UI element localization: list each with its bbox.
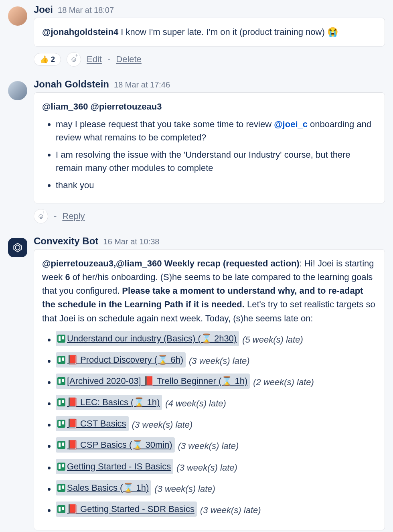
thumbs-up-icon: 👍 bbox=[40, 55, 49, 64]
post-actions: ☺ - Reply bbox=[34, 209, 385, 223]
card-link[interactable]: 📕 CSP Basics (⌛ 30min) bbox=[67, 438, 172, 452]
late-label: (3 week(s) late) bbox=[200, 505, 261, 515]
list-item: [Archived 2020-03] 📕 Trello Beginner (⌛ … bbox=[56, 374, 377, 389]
author-name[interactable]: Convexity Bot bbox=[34, 236, 98, 247]
message-bubble: @jonahgoldstein4 I know I'm super late. … bbox=[34, 18, 385, 47]
reply-link[interactable]: Reply bbox=[62, 211, 85, 221]
avatar[interactable] bbox=[8, 238, 27, 257]
reaction-count: 2 bbox=[51, 55, 55, 64]
card-link[interactable]: 📕 Getting Started - SDR Basics bbox=[67, 502, 194, 516]
trello-card-chip[interactable]: Getting Started - IS Basics bbox=[56, 459, 173, 474]
timestamp: 18 Mar at 18:07 bbox=[58, 6, 114, 15]
trello-icon bbox=[57, 377, 65, 385]
card-link[interactable]: Getting Started - IS Basics bbox=[67, 460, 171, 473]
trello-card-chip[interactable]: 📕 CSP Basics (⌛ 30min) bbox=[56, 437, 175, 453]
late-label: (3 week(s) late) bbox=[132, 420, 193, 430]
add-reaction-button[interactable]: ☺ bbox=[67, 52, 81, 67]
card-link[interactable]: [Archived 2020-03] 📕 Trello Beginner (⌛ … bbox=[67, 374, 247, 388]
list-item: 📕 CST Basics(3 week(s) late) bbox=[56, 416, 377, 432]
trello-icon bbox=[57, 484, 65, 492]
list-item: Understand our industry (Basics) (⌛ 2h30… bbox=[56, 331, 377, 347]
add-reaction-button[interactable]: ☺ bbox=[34, 209, 48, 223]
trello-card-chip[interactable]: [Archived 2020-03] 📕 Trello Beginner (⌛ … bbox=[56, 374, 250, 389]
trello-icon bbox=[57, 505, 65, 513]
post-content: Convexity Bot 16 Mar at 10:38 @pierretou… bbox=[34, 236, 385, 530]
list-item: 📕 Getting Started - SDR Basics(3 week(s)… bbox=[56, 502, 377, 517]
list-item: 📕 Product Discovery (⌛ 6h)(3 week(s) lat… bbox=[56, 352, 377, 368]
list-item: may I please request that you take some … bbox=[56, 118, 377, 144]
reaction-thumbs-up[interactable]: 👍 2 bbox=[34, 53, 61, 66]
smiley-plus-icon: ☺ bbox=[37, 212, 45, 221]
mention[interactable]: @joei_c bbox=[274, 119, 308, 129]
card-link[interactable]: 📕 Product Discovery (⌛ 6h) bbox=[67, 353, 183, 367]
late-label: (3 week(s) late) bbox=[178, 441, 239, 451]
late-label: (5 week(s) late) bbox=[242, 335, 303, 345]
trello-icon bbox=[57, 420, 65, 428]
post-jonah: Jonah Goldstein 18 Mar at 17:46 @liam_36… bbox=[8, 79, 385, 223]
trello-card-chip[interactable]: Sales Basics (⌛ 1h) bbox=[56, 480, 151, 495]
week-number: 6 bbox=[65, 272, 70, 282]
mentions-line[interactable]: @liam_360 @pierretouzeau3 bbox=[42, 100, 377, 114]
smiley-plus-icon: ☺ bbox=[70, 55, 77, 64]
message-bubble: @liam_360 @pierretouzeau3 may I please r… bbox=[34, 92, 385, 203]
delete-link[interactable]: Delete bbox=[116, 54, 142, 65]
trello-icon bbox=[57, 463, 65, 471]
message-text: I know I'm super late. I'm on it (produc… bbox=[118, 27, 327, 37]
author-name[interactable]: Joei bbox=[34, 4, 53, 15]
trello-card-chip[interactable]: 📕 LEC: Basics (⌛ 1h) bbox=[56, 395, 162, 410]
card-link[interactable]: Sales Basics (⌛ 1h) bbox=[67, 481, 149, 495]
edit-link[interactable]: Edit bbox=[87, 54, 102, 65]
late-label: (3 week(s) late) bbox=[189, 356, 250, 366]
separator: - bbox=[54, 211, 57, 221]
card-link[interactable]: 📕 LEC: Basics (⌛ 1h) bbox=[67, 396, 160, 409]
list-item: 📕 LEC: Basics (⌛ 1h)(4 week(s) late) bbox=[56, 395, 377, 410]
avatar[interactable] bbox=[8, 81, 27, 100]
post-content: Joei 18 Mar at 18:07 @jonahgoldstein4 I … bbox=[34, 4, 385, 67]
list-item: 📕 CSP Basics (⌛ 30min)(3 week(s) late) bbox=[56, 437, 377, 453]
bot-logo-icon bbox=[12, 242, 23, 253]
trello-icon bbox=[57, 335, 65, 343]
late-label: (3 week(s) late) bbox=[154, 484, 215, 494]
trello-card-chip[interactable]: 📕 Product Discovery (⌛ 6h) bbox=[56, 352, 186, 368]
trello-icon bbox=[57, 356, 65, 364]
post-content: Jonah Goldstein 18 Mar at 17:46 @liam_36… bbox=[34, 79, 385, 223]
trello-icon bbox=[57, 441, 65, 449]
cards-list: Understand our industry (Basics) (⌛ 2h30… bbox=[42, 331, 377, 517]
trello-icon bbox=[57, 398, 65, 406]
post-actions: 👍 2 ☺ Edit - Delete bbox=[34, 52, 385, 67]
late-label: (3 week(s) late) bbox=[176, 463, 237, 473]
card-link[interactable]: 📕 CST Basics bbox=[67, 417, 126, 430]
text: may I please request that you take some … bbox=[56, 119, 274, 129]
late-label: (4 week(s) late) bbox=[165, 398, 226, 408]
post-joei: Joei 18 Mar at 18:07 @jonahgoldstein4 I … bbox=[8, 4, 385, 67]
post-header: Jonah Goldstein 18 Mar at 17:46 bbox=[34, 79, 385, 90]
trello-card-chip[interactable]: 📕 CST Basics bbox=[56, 416, 129, 431]
list-item: I am resolving the issue with the 'Under… bbox=[56, 148, 377, 175]
crying-emoji-icon: 😭 bbox=[327, 27, 338, 37]
card-link[interactable]: Understand our industry (Basics) (⌛ 2h30… bbox=[67, 332, 237, 345]
post-bot: Convexity Bot 16 Mar at 10:38 @pierretou… bbox=[8, 236, 385, 530]
late-label: (2 week(s) late) bbox=[253, 377, 314, 387]
post-header: Convexity Bot 16 Mar at 10:38 bbox=[34, 236, 385, 247]
separator: - bbox=[107, 54, 110, 65]
mention[interactable]: @jonahgoldstein4 bbox=[42, 27, 118, 37]
list-item: Getting Started - IS Basics(3 week(s) la… bbox=[56, 459, 377, 475]
timestamp: 18 Mar at 17:46 bbox=[114, 80, 170, 89]
post-header: Joei 18 Mar at 18:07 bbox=[34, 4, 385, 15]
author-name[interactable]: Jonah Goldstein bbox=[34, 79, 109, 90]
list-item: thank you bbox=[56, 179, 377, 192]
avatar[interactable] bbox=[8, 6, 27, 26]
mentions[interactable]: @pierretouzeau3,@liam_360 bbox=[42, 258, 162, 268]
list-item: Sales Basics (⌛ 1h)(3 week(s) late) bbox=[56, 480, 377, 496]
trello-card-chip[interactable]: 📕 Getting Started - SDR Basics bbox=[56, 502, 197, 517]
trello-card-chip[interactable]: Understand our industry (Basics) (⌛ 2h30… bbox=[56, 331, 239, 346]
bullet-list: may I please request that you take some … bbox=[42, 118, 377, 192]
timestamp: 16 Mar at 10:38 bbox=[103, 237, 159, 246]
recap-title: Weekly recap (requested action) bbox=[162, 258, 299, 268]
message-bubble: @pierretouzeau3,@liam_360 Weekly recap (… bbox=[34, 249, 385, 530]
